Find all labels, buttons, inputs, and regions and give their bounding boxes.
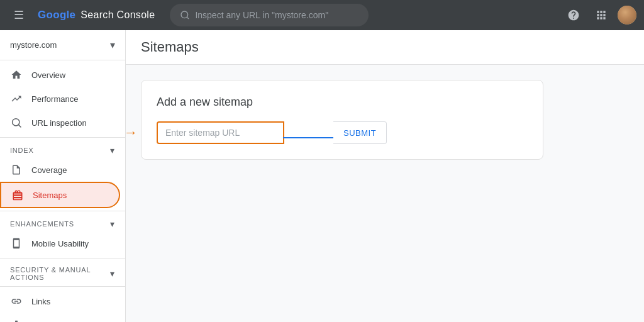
sidebar-divider-top bbox=[0, 60, 125, 60]
sidebar-item-overview[interactable]: Overview bbox=[0, 63, 120, 87]
sidebar-item-sitemaps[interactable]: Sitemaps bbox=[0, 182, 120, 208]
input-underline bbox=[283, 137, 333, 138]
help-button[interactable] bbox=[562, 4, 585, 26]
hamburger-menu-button[interactable]: ☰ bbox=[8, 4, 30, 26]
sitemap-url-input[interactable] bbox=[157, 121, 284, 144]
index-section-header[interactable]: Index ▾ bbox=[0, 140, 125, 158]
help-icon bbox=[567, 9, 580, 21]
svg-line-3 bbox=[18, 125, 21, 127]
enhancements-section-label: Enhancements bbox=[10, 220, 74, 228]
sidebar-item-settings[interactable]: Settings bbox=[0, 313, 120, 322]
hamburger-icon: ☰ bbox=[14, 8, 24, 22]
security-section-header[interactable]: Security & Manual Actions ▾ bbox=[0, 261, 125, 284]
sidebar-item-links-label: Links bbox=[31, 297, 50, 306]
url-inspect-icon bbox=[10, 117, 23, 128]
sidebar-item-coverage[interactable]: Coverage bbox=[0, 158, 120, 182]
top-navigation: ☰ Google Search Console bbox=[0, 0, 644, 30]
index-section-label: Index bbox=[10, 147, 34, 154]
logo-subtext: Search Console bbox=[80, 9, 155, 21]
sidebar-item-performance-label: Performance bbox=[31, 94, 78, 104]
sidebar-item-coverage-label: Coverage bbox=[31, 165, 67, 175]
logo-text: Google bbox=[38, 9, 75, 21]
apps-button[interactable] bbox=[590, 4, 613, 26]
submit-button[interactable]: SUBMIT bbox=[333, 121, 387, 144]
index-chevron-icon: ▾ bbox=[110, 145, 115, 155]
links-icon bbox=[10, 296, 23, 307]
property-selector[interactable]: mystore.com ▾ bbox=[0, 33, 125, 57]
card-title: Add a new sitemap bbox=[157, 96, 528, 109]
sidebar: mystore.com ▾ Overview Performance URL i… bbox=[0, 30, 126, 322]
main-layout: mystore.com ▾ Overview Performance URL i… bbox=[0, 30, 644, 322]
search-icon bbox=[180, 10, 190, 20]
security-chevron-icon: ▾ bbox=[110, 269, 115, 279]
trending-up-icon bbox=[10, 93, 23, 104]
property-name: mystore.com bbox=[10, 40, 57, 50]
svg-line-1 bbox=[187, 17, 189, 19]
page-title: Sitemaps bbox=[141, 39, 629, 55]
home-icon bbox=[10, 69, 23, 80]
url-inspect-input[interactable] bbox=[195, 10, 358, 20]
enhancements-chevron-icon: ▾ bbox=[110, 219, 115, 229]
sitemap-form-container: → SUBMIT bbox=[157, 121, 528, 144]
user-avatar[interactable] bbox=[618, 6, 636, 25]
svg-point-2 bbox=[13, 119, 19, 126]
sitemaps-item-wrapper: Sitemaps ← bbox=[0, 182, 125, 208]
content-body: Add a new sitemap → SUBMIT bbox=[126, 65, 644, 175]
coverage-icon bbox=[10, 164, 23, 175]
nav-icons bbox=[562, 4, 636, 26]
sidebar-divider-enhancements bbox=[0, 211, 125, 211]
phone-icon bbox=[10, 238, 23, 249]
sidebar-item-mobile-usability[interactable]: Mobile Usability bbox=[0, 231, 120, 255]
add-sitemap-card: Add a new sitemap → SUBMIT bbox=[141, 80, 543, 160]
url-search-bar[interactable] bbox=[170, 4, 369, 26]
sidebar-item-sitemaps-label: Sitemaps bbox=[33, 191, 67, 200]
arrow-to-input: → bbox=[126, 125, 138, 141]
sidebar-item-mobile-usability-label: Mobile Usability bbox=[31, 239, 89, 248]
enhancements-section-header[interactable]: Enhancements ▾ bbox=[0, 214, 125, 231]
sidebar-divider-index bbox=[0, 137, 125, 138]
sidebar-divider-security bbox=[0, 258, 125, 258]
security-section-label: Security & Manual Actions bbox=[10, 266, 110, 281]
sidebar-item-overview-label: Overview bbox=[31, 70, 65, 80]
sidebar-item-url-inspection[interactable]: URL inspection bbox=[0, 111, 120, 135]
apps-icon bbox=[595, 9, 608, 21]
sidebar-item-performance[interactable]: Performance bbox=[0, 87, 120, 111]
property-chevron-icon: ▾ bbox=[110, 39, 115, 51]
sitemap-form: SUBMIT bbox=[157, 121, 347, 144]
app-logo: Google Search Console bbox=[38, 9, 155, 21]
settings-icon bbox=[10, 319, 23, 322]
sidebar-divider-bottom bbox=[0, 286, 125, 287]
sitemaps-icon bbox=[11, 189, 24, 201]
main-content: Sitemaps Add a new sitemap → SUBMIT bbox=[126, 30, 644, 322]
svg-point-0 bbox=[181, 11, 188, 18]
sidebar-item-url-inspection-label: URL inspection bbox=[31, 118, 87, 128]
sidebar-item-links[interactable]: Links bbox=[0, 289, 120, 313]
content-header: Sitemaps bbox=[126, 30, 644, 65]
